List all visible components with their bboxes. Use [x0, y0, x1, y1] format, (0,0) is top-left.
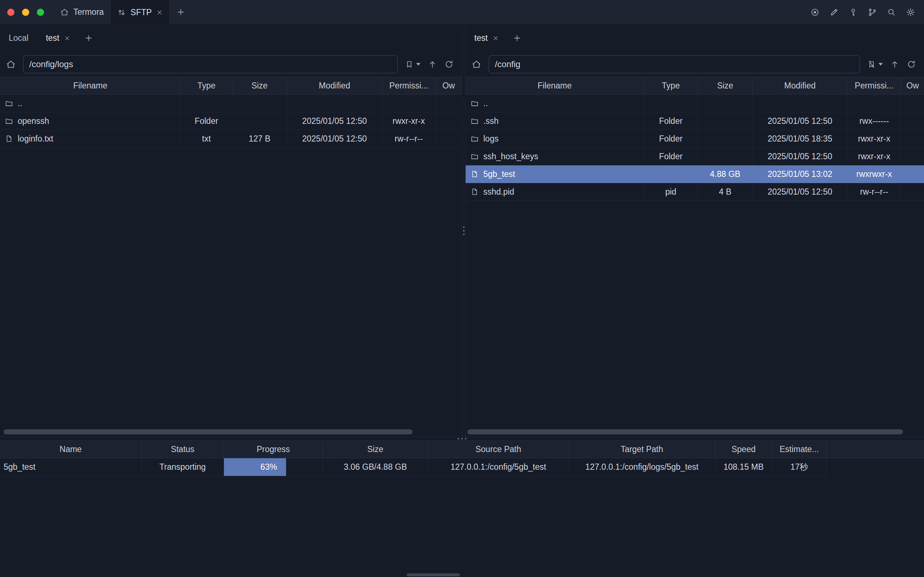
home-button[interactable]: [6, 59, 16, 69]
tab-label: SFTP: [131, 8, 152, 17]
close-tab-icon[interactable]: [156, 9, 163, 16]
column-header-filename[interactable]: Filename: [466, 77, 644, 94]
owner-cell: [901, 165, 924, 183]
file-row[interactable]: ssh_host_keys Folder 2025/01/05 12:50 rw…: [466, 148, 924, 165]
folder-icon: [5, 99, 13, 107]
tab-label: Termora: [73, 7, 104, 17]
filename: loginfo.txt: [18, 134, 53, 144]
close-window-button[interactable]: [7, 9, 15, 16]
tab-sftp[interactable]: SFTP: [110, 0, 170, 25]
column-header-filename[interactable]: Filename: [0, 77, 181, 94]
zoom-window-button[interactable]: [37, 9, 44, 16]
horizontal-splitter[interactable]: [0, 437, 924, 440]
git-branch-icon: [868, 8, 877, 17]
file-row[interactable]: .ssh Folder 2025/01/05 12:50 rwx------: [466, 112, 924, 130]
horizontal-scrollbar-thumb[interactable]: [468, 429, 903, 434]
type-cell: Folder: [644, 112, 698, 130]
column-header-name[interactable]: Name: [0, 441, 142, 458]
vertical-splitter[interactable]: [462, 24, 466, 437]
column-header-type[interactable]: Type: [644, 77, 698, 94]
branch-button[interactable]: [868, 8, 877, 17]
modified-cell: 2025/01/05 12:50: [753, 183, 847, 201]
file-row-selected[interactable]: 5gb_test 4.88 GB 2025/01/05 13:02 rwxrwx…: [466, 165, 924, 183]
column-header-modified[interactable]: Modified: [287, 77, 382, 94]
permissions-cell: [382, 95, 435, 112]
column-header-size[interactable]: Size: [232, 77, 287, 94]
window-controls: [0, 0, 53, 24]
transfer-icon: [117, 8, 126, 17]
transfer-size-cell: 3.06 GB/4.88 GB: [323, 458, 428, 476]
file-row[interactable]: sshd.pid pid 4 B 2025/01/05 12:50 rw-r--…: [466, 183, 924, 201]
pencil-icon: [829, 8, 839, 17]
file-row[interactable]: logs Folder 2025/01/05 18:35 rwxr-xr-x: [466, 130, 924, 148]
filename-cell: loginfo.txt: [0, 130, 181, 148]
column-header-filler: [826, 441, 924, 458]
new-window-tab-button[interactable]: [170, 0, 192, 24]
size-cell: [698, 95, 753, 112]
edit-button[interactable]: [829, 8, 839, 17]
bookmark-button[interactable]: [405, 60, 421, 69]
refresh-button[interactable]: [444, 60, 454, 69]
transfer-name-cell: 5gb_test: [0, 458, 142, 476]
folder-icon: [5, 117, 13, 125]
tab-test[interactable]: test: [40, 33, 76, 43]
transfers-scrollbar-thumb[interactable]: [407, 574, 460, 576]
size-cell: [232, 112, 287, 130]
path-input[interactable]: [489, 55, 860, 73]
home-button[interactable]: [471, 59, 482, 69]
search-button[interactable]: [887, 8, 896, 17]
file-icon: [471, 170, 479, 178]
tab-label: test: [474, 33, 488, 43]
file-row[interactable]: ..: [0, 95, 462, 112]
file-row[interactable]: openssh Folder 2025/01/05 12:50 rwxr-xr-…: [0, 112, 462, 130]
path-input[interactable]: [23, 55, 398, 73]
horizontal-scrollbar-thumb[interactable]: [3, 429, 413, 434]
settings-button[interactable]: [906, 8, 915, 17]
refresh-button[interactable]: [907, 60, 916, 69]
close-tab-icon[interactable]: [492, 35, 499, 42]
left-pane-tabs: Local test: [0, 24, 462, 52]
type-cell: txt: [181, 130, 232, 148]
column-header-permissions[interactable]: Permissi...: [382, 77, 435, 94]
permissions-cell: rwxr-xr-x: [382, 112, 435, 130]
column-header-status[interactable]: Status: [142, 441, 224, 458]
owner-cell: [901, 183, 924, 201]
owner-cell: [901, 130, 924, 148]
column-header-permissions[interactable]: Permissi...: [847, 77, 901, 94]
add-tab-button[interactable]: [82, 34, 95, 43]
column-header-size[interactable]: Size: [323, 441, 428, 458]
permissions-cell: rwx------: [847, 112, 901, 130]
column-header-modified[interactable]: Modified: [753, 77, 847, 94]
record-button[interactable]: [810, 8, 819, 17]
main-area: Local test Filename Type Size Modified P…: [0, 24, 924, 437]
transfers-panel: Name Status Progress Size Source Path Ta…: [0, 440, 924, 577]
modified-cell: 2025/01/05 12:50: [753, 112, 847, 130]
owner-cell: [435, 130, 462, 148]
progress-bar: 63%: [224, 458, 286, 476]
close-tab-icon[interactable]: [64, 35, 71, 42]
parent-directory-button[interactable]: [890, 60, 900, 69]
parent-directory-button[interactable]: [428, 60, 437, 69]
modified-cell: 2025/01/05 13:02: [753, 165, 847, 183]
column-header-source-path[interactable]: Source Path: [428, 441, 569, 458]
tab-local[interactable]: Local: [3, 33, 34, 43]
transfer-row[interactable]: 5gb_test Transporting 63% 3.06 GB/4.88 G…: [0, 458, 924, 476]
column-header-owner[interactable]: Ow: [901, 77, 924, 94]
column-header-type[interactable]: Type: [181, 77, 232, 94]
column-header-owner[interactable]: Ow: [435, 77, 462, 94]
keygen-button[interactable]: [848, 8, 858, 17]
file-row[interactable]: ..: [466, 95, 924, 112]
column-header-speed[interactable]: Speed: [715, 441, 772, 458]
column-header-estimate[interactable]: Estimate...: [772, 441, 826, 458]
tab-termora[interactable]: Termora: [53, 0, 110, 24]
file-row[interactable]: loginfo.txt txt 127 B 2025/01/05 12:50 r…: [0, 130, 462, 148]
filename: logs: [483, 134, 498, 144]
column-header-target-path[interactable]: Target Path: [569, 441, 715, 458]
column-header-progress[interactable]: Progress: [224, 441, 323, 458]
tab-test[interactable]: test: [469, 33, 505, 43]
add-tab-button[interactable]: [510, 34, 524, 43]
minimize-window-button[interactable]: [22, 9, 29, 16]
column-header-size[interactable]: Size: [698, 77, 753, 94]
permissions-cell: rwxr-xr-x: [847, 148, 901, 165]
bookmark-button[interactable]: [867, 60, 883, 69]
